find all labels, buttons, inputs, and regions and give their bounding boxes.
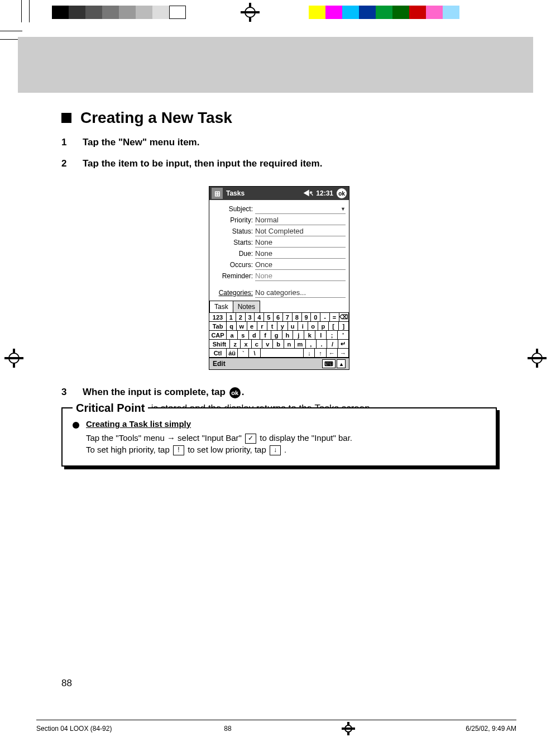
reminder-input[interactable]: None	[255, 271, 346, 281]
dropdown-icon[interactable]: ▼	[341, 206, 346, 212]
step-text: Tap the "New" menu item.	[83, 137, 199, 148]
arrow-up-key[interactable]: ↑	[314, 348, 326, 358]
key[interactable]: e	[247, 321, 257, 331]
ctl-key[interactable]: Ctl	[209, 348, 227, 358]
status-input[interactable]: Not Completed	[255, 226, 346, 236]
footer-page: 88	[224, 725, 231, 733]
key[interactable]: o	[308, 321, 318, 331]
key[interactable]: a	[226, 330, 238, 340]
key[interactable]: -	[320, 312, 330, 322]
key[interactable]: [	[328, 321, 339, 331]
key[interactable]: 5	[263, 312, 274, 322]
backspace-key[interactable]: ⌫	[339, 312, 349, 322]
key[interactable]: b	[272, 339, 284, 349]
sip-up-icon[interactable]: ▴	[337, 359, 346, 368]
key[interactable]: 1	[226, 312, 236, 322]
categories-input[interactable]: No categories...	[255, 288, 346, 298]
key[interactable]: 3	[245, 312, 255, 322]
starts-input[interactable]: None	[255, 237, 346, 248]
key[interactable]: z	[229, 339, 241, 349]
accent-key[interactable]: áü	[226, 348, 238, 358]
tab-task[interactable]: Task	[209, 301, 233, 312]
pda-app-title: Tasks	[226, 189, 245, 197]
key[interactable]: d	[248, 330, 260, 340]
key[interactable]: 123	[209, 312, 227, 322]
key[interactable]: 0	[310, 312, 320, 322]
arrow-down-key[interactable]: ↓	[303, 348, 315, 358]
key[interactable]: j	[293, 330, 304, 340]
field-label: Due:	[213, 250, 255, 258]
edit-menu[interactable]: Edit	[213, 360, 226, 368]
field-label: Priority:	[213, 216, 255, 224]
key[interactable]: 7	[282, 312, 293, 322]
key[interactable]: \	[248, 348, 260, 358]
key[interactable]: `	[237, 348, 249, 358]
key[interactable]: ]	[338, 321, 349, 331]
registration-target-icon	[343, 724, 353, 734]
key[interactable]: .	[316, 339, 327, 349]
tab-notes[interactable]: Notes	[233, 301, 260, 312]
key[interactable]: m	[294, 339, 305, 349]
ok-button[interactable]: ok	[337, 188, 347, 198]
subject-input[interactable]: ▼	[255, 204, 346, 214]
key[interactable]: s	[237, 330, 249, 340]
caps-key[interactable]: CAP	[209, 330, 227, 340]
crop-mark	[29, 0, 30, 22]
key[interactable]: 4	[254, 312, 264, 322]
speaker-icon[interactable]: ◀ৎ	[303, 189, 313, 198]
start-flag-icon[interactable]: ⊞	[212, 188, 223, 199]
field-label: Status:	[213, 227, 255, 235]
key[interactable]: t	[267, 321, 277, 331]
due-input[interactable]: None	[255, 249, 346, 259]
priority-input[interactable]: Normal	[255, 215, 346, 225]
field-label: Occurs:	[213, 261, 255, 269]
key[interactable]: i	[298, 321, 308, 331]
key[interactable]: f	[260, 330, 271, 340]
pda-screenshot: ⊞ Tasks ◀ৎ 12:31 ok Subject:▼ Priority:N…	[209, 186, 349, 370]
space-key[interactable]	[260, 348, 304, 358]
critical-point-section: Critical Point Creating a Task list simp…	[61, 407, 497, 467]
key[interactable]: ,	[305, 339, 317, 349]
enter-key[interactable]: ↵	[338, 339, 349, 349]
key[interactable]: x	[240, 339, 251, 349]
key[interactable]: v	[262, 339, 273, 349]
key[interactable]: /	[327, 339, 338, 349]
tab-key[interactable]: Tab	[209, 321, 227, 331]
key[interactable]: p	[318, 321, 328, 331]
field-label: Starts:	[213, 239, 255, 246]
key[interactable]: '	[337, 330, 349, 340]
critical-point-heading: Critical Point	[73, 402, 148, 415]
registration-target-icon	[530, 351, 544, 365]
key[interactable]: h	[282, 330, 294, 340]
arrow-left-key[interactable]: ←	[326, 348, 338, 358]
key[interactable]: n	[284, 339, 295, 349]
key[interactable]: y	[277, 321, 288, 331]
shift-key[interactable]: Shift	[209, 339, 230, 349]
sip-keyboard-icon[interactable]: ⌨	[322, 359, 336, 368]
key[interactable]: 6	[273, 312, 283, 322]
key[interactable]: u	[288, 321, 298, 331]
key[interactable]: c	[251, 339, 262, 349]
step-2: 2 Tap the item to be input, then input t…	[61, 158, 497, 169]
field-label: Reminder:	[213, 272, 255, 280]
key[interactable]: q	[226, 321, 237, 331]
key[interactable]: 9	[301, 312, 312, 322]
key[interactable]: l	[315, 330, 327, 340]
key[interactable]: ;	[326, 330, 338, 340]
field-label[interactable]: Categories:	[213, 289, 255, 297]
arrow-right-key[interactable]: →	[337, 348, 349, 358]
footer-section: Section 04 LOOX (84-92)	[36, 725, 112, 733]
key[interactable]: 2	[236, 312, 246, 322]
footer-datetime: 6/25/02, 9:49 AM	[466, 725, 516, 733]
occurs-input[interactable]: Once	[255, 260, 346, 270]
step-1: 1 Tap the "New" menu item.	[61, 137, 497, 148]
key[interactable]: r	[257, 321, 267, 331]
pda-form: Subject:▼ Priority:Normal Status:Not Com…	[209, 200, 349, 299]
key[interactable]: =	[329, 312, 339, 322]
key[interactable]: w	[236, 321, 247, 331]
critical-subtitle: Creating a Task list simply	[86, 419, 191, 429]
checkbox-icon: ✓	[245, 434, 256, 444]
key[interactable]: k	[304, 330, 315, 340]
key[interactable]: g	[271, 330, 282, 340]
key[interactable]: 8	[292, 312, 302, 322]
